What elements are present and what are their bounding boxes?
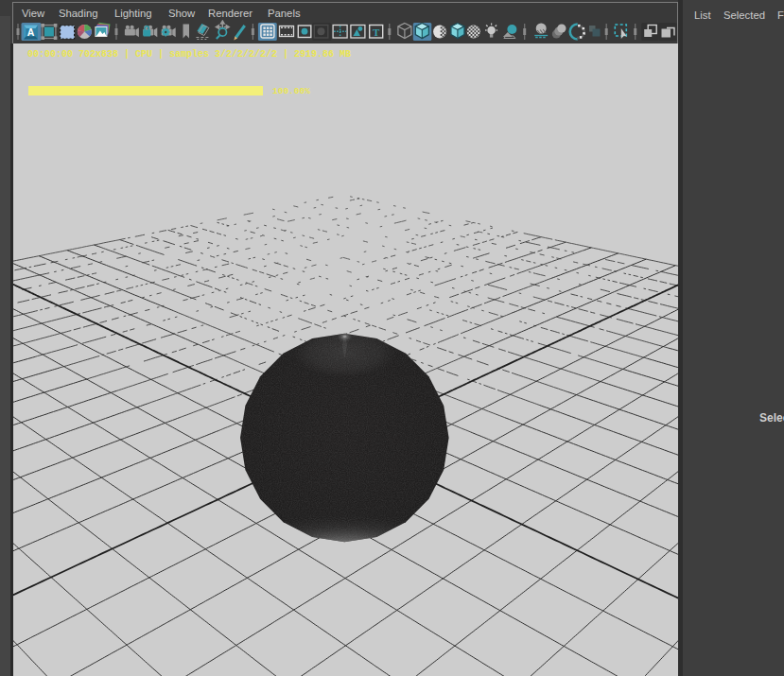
svg-text:T: T xyxy=(373,26,380,38)
svg-text:A: A xyxy=(27,26,35,38)
